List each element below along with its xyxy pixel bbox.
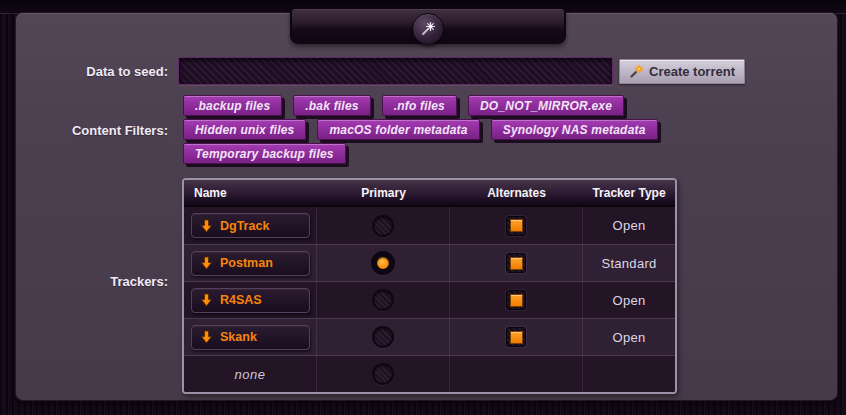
- tracker-type: Open: [583, 282, 675, 318]
- alternates-checkbox[interactable]: [506, 327, 526, 347]
- create-torrent-button[interactable]: Create torrent: [619, 59, 745, 84]
- create-torrent-button-label: Create torrent: [649, 64, 735, 79]
- download-arrow-icon: [200, 330, 213, 344]
- tab-header-bar: [290, 7, 566, 44]
- tracker-name-label: Skank: [220, 330, 257, 344]
- primary-radio[interactable]: [372, 326, 394, 348]
- alternates-checkbox[interactable]: [506, 253, 526, 273]
- content-filter-chip[interactable]: .bak files: [293, 95, 370, 116]
- checkbox-checked-fill: [510, 331, 523, 344]
- download-arrow-icon: [200, 219, 213, 233]
- checkbox-checked-fill: [510, 257, 523, 270]
- primary-radio[interactable]: [372, 289, 394, 311]
- alternates-checkbox[interactable]: [506, 290, 526, 310]
- table-row: DgTrackOpen: [184, 207, 675, 244]
- table-row: PostmanStandard: [184, 244, 675, 281]
- table-row: none: [184, 355, 675, 392]
- column-header-primary: Primary: [317, 186, 450, 200]
- tracker-name-cell: Postman: [184, 245, 317, 281]
- content-filter-chips: .backup files.bak files.nfo filesDO_NOT_…: [183, 95, 658, 167]
- column-header-name: Name: [184, 186, 317, 200]
- table-row: R4SASOpen: [184, 281, 675, 318]
- content-filter-chip[interactable]: Temporary backup files: [183, 143, 346, 164]
- tracker-type: Standard: [583, 245, 675, 281]
- wand-orb-button[interactable]: [412, 13, 444, 45]
- tracker-type: Open: [583, 207, 675, 244]
- primary-radio[interactable]: [371, 251, 395, 275]
- magic-wand-icon: [629, 64, 644, 79]
- content-filter-chip[interactable]: Synology NAS metadata: [491, 119, 658, 140]
- data-to-seed-label: Data to seed:: [20, 64, 168, 79]
- tracker-name-label: Postman: [220, 256, 273, 270]
- primary-radio[interactable]: [372, 215, 394, 237]
- content-filter-chip[interactable]: .backup files: [183, 95, 282, 116]
- tracker-name-button[interactable]: R4SAS: [191, 288, 310, 313]
- column-header-alternates: Alternates: [450, 186, 583, 200]
- tracker-name-cell: none: [184, 356, 317, 392]
- tracker-none-label: none: [235, 367, 266, 382]
- download-arrow-icon: [200, 293, 213, 307]
- content-filter-chip-row: Temporary backup files: [183, 143, 658, 164]
- tracker-name-cell: R4SAS: [184, 282, 317, 318]
- content-filter-chip-row: .backup files.bak files.nfo filesDO_NOT_…: [183, 95, 658, 116]
- trackers-label: Trackers:: [20, 274, 168, 289]
- tracker-name-label: DgTrack: [220, 219, 269, 233]
- content-filter-chip[interactable]: macOS folder metadata: [317, 119, 479, 140]
- trackers-table-header: Name Primary Alternates Tracker Type: [184, 180, 675, 207]
- create-torrent-screen: Data to seed: Create torrent Content Fil…: [0, 0, 846, 415]
- tracker-name-button[interactable]: Skank: [191, 325, 310, 350]
- data-to-seed-input[interactable]: [178, 57, 613, 85]
- tracker-name-button[interactable]: DgTrack: [191, 213, 310, 238]
- content-filter-chip[interactable]: Hidden unix files: [183, 119, 306, 140]
- trackers-table: Name Primary Alternates Tracker Type DgT…: [182, 178, 677, 394]
- tracker-name-cell: Skank: [184, 319, 317, 355]
- table-row: SkankOpen: [184, 318, 675, 355]
- tracker-name-button[interactable]: Postman: [191, 251, 310, 276]
- tracker-name-cell: DgTrack: [184, 207, 317, 244]
- checkbox-checked-fill: [510, 294, 523, 307]
- content-filters-label: Content Filters:: [20, 123, 168, 138]
- tracker-type: Open: [583, 319, 675, 355]
- column-header-tracker-type: Tracker Type: [583, 186, 675, 200]
- alternates-checkbox[interactable]: [506, 216, 526, 236]
- content-filter-chip[interactable]: .nfo files: [382, 95, 457, 116]
- trackers-table-body: DgTrackOpenPostmanStandardR4SASOpenSkank…: [184, 207, 675, 392]
- tracker-name-label: R4SAS: [220, 293, 262, 307]
- wand-sparkle-icon: [419, 20, 437, 38]
- download-arrow-icon: [200, 256, 213, 270]
- checkbox-checked-fill: [510, 219, 523, 232]
- content-filter-chip[interactable]: DO_NOT_MIRROR.exe: [468, 95, 624, 116]
- tracker-type: [583, 356, 675, 392]
- content-filter-chip-row: Hidden unix filesmacOS folder metadataSy…: [183, 119, 658, 140]
- primary-radio[interactable]: [372, 363, 394, 385]
